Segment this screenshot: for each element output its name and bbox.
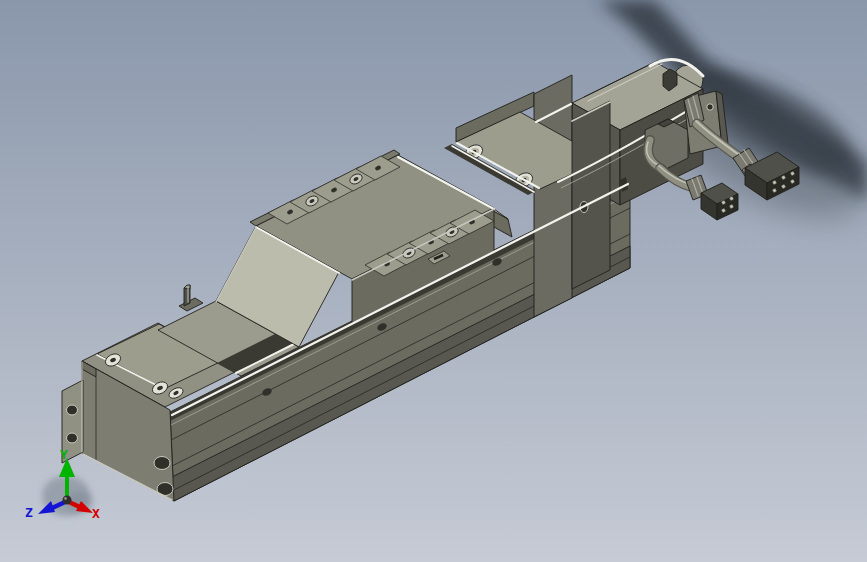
triad-origin-highlight (64, 497, 67, 500)
z-axis-label: Z (25, 505, 33, 520)
flange-hole-1 (67, 405, 78, 415)
triad-origin (63, 496, 72, 505)
mount-left-face[interactable] (534, 75, 572, 317)
flange-hole-2 (67, 433, 78, 443)
model-view[interactable]: Y X Z (0, 0, 867, 562)
y-axis-label: Y (60, 447, 68, 462)
bracket-screw-2 (707, 104, 713, 110)
x-axis-label: X (92, 506, 100, 521)
cad-viewport[interactable]: Y X Z (0, 0, 867, 562)
end-face-bore-1 (154, 457, 170, 470)
